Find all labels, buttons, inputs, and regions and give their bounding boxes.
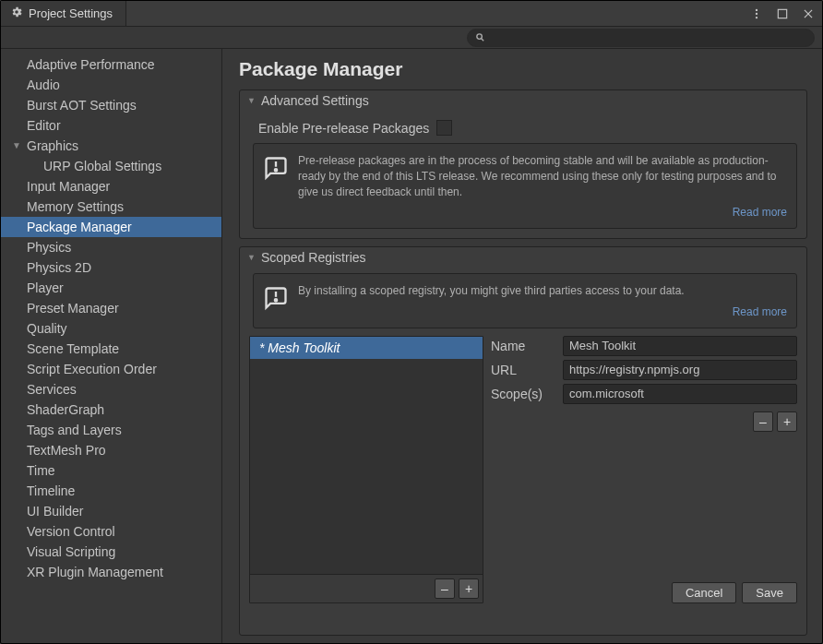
sidebar-item[interactable]: Preset Manager (1, 298, 221, 318)
scoped-heading: Scoped Registries (261, 250, 366, 265)
search-row (1, 27, 822, 49)
sidebar-item[interactable]: UI Builder (1, 501, 221, 521)
scoped-read-more[interactable]: Read more (298, 304, 787, 320)
sidebar-item[interactable]: Script Execution Order (1, 359, 221, 379)
registry-item[interactable]: * Mesh Toolkit (250, 337, 483, 359)
titlebar-controls (750, 7, 822, 20)
sidebar-item[interactable]: Adaptive Performance (1, 54, 221, 75)
window-title: Project Settings (29, 6, 113, 20)
scope-buttons: – + (491, 411, 797, 432)
info-icon (263, 285, 289, 311)
scoped-registries-header[interactable]: ▼ Scoped Registries (240, 247, 806, 268)
registry-row: * Mesh Toolkit – + Name URL (249, 336, 797, 603)
scope-input[interactable] (563, 384, 797, 404)
cancel-button[interactable]: Cancel (672, 582, 736, 603)
sidebar-item[interactable]: Quality (1, 318, 221, 339)
scope-label: Scope(s) (491, 387, 554, 401)
sidebar-item[interactable]: Visual Scripting (1, 542, 221, 562)
sidebar-item[interactable]: Timeline (1, 481, 221, 501)
svg-point-9 (275, 169, 277, 171)
prerelease-info-box: Pre-release packages are in the process … (253, 143, 797, 229)
svg-point-0 (756, 8, 757, 10)
name-label: Name (491, 339, 554, 353)
svg-point-1 (756, 12, 757, 14)
prerelease-read-more[interactable]: Read more (298, 205, 787, 221)
sidebar-item[interactable]: Physics 2D (1, 257, 221, 278)
sidebar-item[interactable]: Services (1, 379, 221, 400)
window-tab[interactable]: Project Settings (1, 1, 126, 26)
scoped-info-text: By installing a scoped registry, you mig… (298, 284, 685, 297)
save-button[interactable]: Save (742, 582, 797, 603)
sidebar-item[interactable]: ▼Graphics (1, 136, 221, 156)
maximize-icon[interactable] (776, 7, 789, 20)
name-input[interactable] (563, 336, 797, 356)
scoped-body: By installing a scoped registry, you mig… (240, 268, 806, 635)
prerelease-label: Enable Pre-release Packages (258, 121, 429, 136)
scoped-registries-panel: ▼ Scoped Registries By installing a scop… (239, 246, 807, 636)
search-box[interactable] (467, 29, 815, 47)
titlebar: Project Settings (1, 1, 822, 27)
sidebar-item[interactable]: Physics (1, 237, 221, 257)
sidebar-item[interactable]: Player (1, 278, 221, 298)
scoped-info-box: By installing a scoped registry, you mig… (253, 273, 797, 328)
more-icon[interactable] (750, 7, 763, 20)
prerelease-checkbox-row: Enable Pre-release Packages (249, 116, 797, 143)
advanced-body: Enable Pre-release Packages Pre-release … (240, 111, 806, 238)
svg-point-2 (756, 16, 757, 18)
search-icon (475, 30, 485, 46)
sidebar-item[interactable]: Editor (1, 115, 221, 136)
sidebar-item[interactable]: Memory Settings (1, 197, 221, 217)
sidebar-item[interactable]: Package Manager (1, 217, 221, 237)
registry-add-button[interactable]: + (459, 578, 479, 599)
sidebar-item[interactable]: TextMesh Pro (1, 440, 221, 460)
scope-add-button[interactable]: + (777, 411, 797, 432)
sidebar: Adaptive PerformanceAudioBurst AOT Setti… (1, 49, 222, 643)
sidebar-item[interactable]: XR Plugin Management (1, 562, 221, 582)
registry-list: * Mesh Toolkit – + (249, 336, 483, 603)
prerelease-info-text: Pre-release packages are in the process … (298, 154, 777, 198)
sidebar-item[interactable]: Tags and Layers (1, 420, 221, 440)
url-input[interactable] (563, 360, 797, 380)
chevron-down-icon: ▼ (12, 137, 21, 155)
url-label: URL (491, 363, 554, 377)
chevron-down-icon: ▼ (247, 96, 256, 105)
chevron-down-icon: ▼ (247, 253, 256, 262)
sidebar-item[interactable]: Version Control (1, 521, 221, 542)
registry-list-footer: – + (250, 574, 483, 602)
scope-remove-button[interactable]: – (753, 411, 773, 432)
advanced-settings-header[interactable]: ▼ Advanced Settings (240, 90, 806, 111)
sidebar-item[interactable]: Audio (1, 75, 221, 95)
svg-rect-3 (778, 9, 786, 18)
svg-point-6 (477, 33, 483, 39)
search-input[interactable] (485, 31, 806, 44)
registry-form: Name URL Scope(s) – + (491, 336, 797, 603)
main-panel: Package Manager ▼ Advanced Settings Enab… (222, 49, 822, 643)
content-area: Adaptive PerformanceAudioBurst AOT Setti… (1, 49, 822, 643)
advanced-heading: Advanced Settings (261, 93, 369, 108)
close-icon[interactable] (802, 7, 815, 20)
registry-list-body[interactable]: * Mesh Toolkit (250, 337, 483, 574)
sidebar-item[interactable]: ShaderGraph (1, 400, 221, 420)
info-icon (263, 155, 289, 181)
sidebar-item[interactable]: Scene Template (1, 339, 221, 359)
page-title: Package Manager (239, 58, 807, 80)
svg-line-7 (482, 38, 484, 41)
registry-remove-button[interactable]: – (435, 578, 455, 599)
sidebar-item[interactable]: Time (1, 460, 221, 481)
svg-point-11 (275, 299, 277, 301)
advanced-settings-panel: ▼ Advanced Settings Enable Pre-release P… (239, 89, 807, 239)
sidebar-item[interactable]: URP Global Settings (1, 156, 221, 176)
gear-icon (10, 6, 23, 21)
sidebar-item[interactable]: Input Manager (1, 176, 221, 197)
form-footer: Cancel Save (491, 573, 797, 603)
sidebar-item[interactable]: Burst AOT Settings (1, 95, 221, 115)
prerelease-checkbox[interactable] (436, 120, 452, 136)
